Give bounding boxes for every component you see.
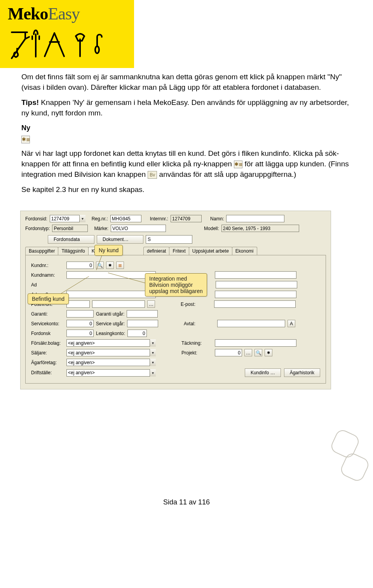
- tab-basuppgifter[interactable]: Basuppgifter: [25, 247, 58, 255]
- tackning-label: Täckning:: [181, 340, 213, 346]
- projekt-input[interactable]: [215, 349, 242, 356]
- servicekonto-input[interactable]: [66, 320, 94, 327]
- callout-line-befintlig: [59, 276, 94, 296]
- dropdown-arrow-icon[interactable]: [150, 369, 156, 377]
- tab-ekonomi[interactable]: Ekonomi: [232, 247, 257, 255]
- saljare-input[interactable]: [66, 349, 156, 356]
- tackning-input[interactable]: [215, 339, 296, 347]
- logo-tool-icons: [8, 28, 126, 63]
- regnr-label: Reg.nr.:: [92, 216, 108, 222]
- garanti-utgar-input[interactable]: [127, 310, 158, 318]
- agarforetag-input[interactable]: [66, 359, 156, 366]
- epost-input[interactable]: [214, 300, 296, 308]
- fordonstyp-input: [52, 225, 88, 232]
- avtal-label: Avtal:: [184, 321, 215, 326]
- modell-input: [221, 225, 299, 232]
- tab-tillaggsinfo[interactable]: Tilläggsinfo: [58, 247, 88, 255]
- dropdown-arrow-icon[interactable]: [79, 215, 85, 222]
- tab-uppskjutet[interactable]: Uppskjutet arbete: [189, 247, 232, 255]
- tools-illustration: [8, 28, 109, 63]
- callout-bilvision: Integration med Bilvision möjliggör upps…: [145, 273, 207, 297]
- avtal-a-button[interactable]: A: [288, 320, 295, 327]
- projekt-label: Projekt:: [181, 350, 213, 356]
- namn-input[interactable]: [226, 215, 284, 222]
- paragraph-2: När vi har lagt upp fordonet kan detta k…: [21, 148, 352, 180]
- ny-heading: Ny: [21, 123, 352, 133]
- forsakr-input[interactable]: [66, 339, 156, 347]
- svg-line-1: [96, 255, 102, 270]
- marke-label: Märke:: [94, 226, 108, 231]
- fax-input[interactable]: [215, 291, 296, 298]
- paragraph-3: Se kapitel 2.3 hur en ny kund skapas.: [21, 185, 352, 195]
- kundnamn-extra-input[interactable]: [215, 271, 296, 279]
- callout-ny-kund: Ny kund: [94, 245, 123, 256]
- namn-label: Namn:: [210, 216, 224, 222]
- callout-befintlig-kund: Befintlig kund: [28, 293, 69, 304]
- app-form-panel: Fordonsid: Reg.nr.: Internnr.: Namn: For…: [20, 211, 331, 389]
- agarhistorik-button[interactable]: Ägarhistorik: [284, 368, 320, 377]
- internnr-label: Internnr.:: [150, 216, 168, 222]
- driftstalle-label: Driftställe:: [31, 370, 64, 375]
- ort-input[interactable]: [92, 300, 145, 308]
- s-field-input[interactable]: S: [146, 235, 192, 244]
- garanti-utgar-label: Garanti utgår:: [96, 311, 124, 317]
- tips-label: Tips!: [21, 98, 39, 106]
- postnr-dots-button[interactable]: …: [147, 300, 155, 308]
- service-utgar-input[interactable]: [127, 320, 158, 327]
- svg-line-2: [59, 276, 89, 295]
- garanti-input[interactable]: [66, 310, 94, 318]
- driftstalle-input[interactable]: [66, 369, 156, 377]
- document-body: Om det finns fält som ej är sammanknutna…: [0, 68, 373, 195]
- kundnr-label: Kundnr.:: [31, 263, 64, 268]
- modell-label: Modell:: [204, 226, 219, 231]
- fordonsid-label: Fordonsid:: [25, 216, 47, 222]
- kundnr-input[interactable]: [66, 262, 94, 269]
- form-row-1: Fordonsid: Reg.nr.: Internnr.: Namn:: [25, 215, 326, 222]
- new-icon: ✱≣: [21, 136, 30, 143]
- dokument-button[interactable]: Dokument…: [97, 235, 143, 244]
- svg-line-3: [108, 273, 145, 283]
- callout-line-bilvision: [108, 271, 147, 287]
- service-utgar-label: Service utgår:: [96, 321, 125, 326]
- dropdown-arrow-icon[interactable]: [150, 359, 156, 366]
- leasingkonto-input[interactable]: [127, 330, 147, 337]
- fordonstyp-label: Fordonstyp:: [25, 226, 50, 231]
- regnr-input[interactable]: [110, 215, 141, 222]
- form-buttons-row: Fordonsdata Dokument… S: [25, 235, 326, 244]
- dropdown-arrow-icon[interactable]: [150, 349, 156, 356]
- tab-bar: Basuppgifter Tilläggsinfo Kundin definie…: [25, 247, 326, 255]
- tab-definierat[interactable]: definierat: [143, 247, 169, 255]
- servicekonto-label: Servicekonto:: [31, 321, 64, 326]
- dropdown-arrow-icon[interactable]: [150, 339, 156, 347]
- forsakr-label: Försäkr.bolag:: [31, 340, 64, 346]
- projekt-search-button[interactable]: 🔍: [254, 349, 262, 356]
- logo-banner: MekoEasy: [0, 0, 134, 68]
- logo-text: MekoEasy: [8, 14, 80, 21]
- garanti-label: Garanti:: [31, 311, 64, 317]
- marke-input[interactable]: [111, 225, 166, 232]
- logo-part-easy: Easy: [48, 4, 80, 23]
- avtal-input[interactable]: [217, 320, 285, 327]
- fordonsdata-button[interactable]: Fordonsdata: [48, 235, 94, 244]
- leasingkonto-label: Leasingkonto:: [96, 331, 125, 336]
- projekt-dots-button[interactable]: …: [244, 349, 252, 356]
- postnr-input[interactable]: [66, 300, 90, 308]
- para2c: användas för att slå upp ägaruppgifterna…: [157, 170, 296, 178]
- page-footer: Sida 11 av 116: [0, 389, 373, 514]
- bv-icon: Bv: [148, 171, 157, 179]
- tab-fritext[interactable]: Fritext: [169, 247, 189, 255]
- internnr-input: [171, 215, 202, 222]
- svg-point-0: [95, 46, 99, 53]
- fordonsk-label: Fordonsk: [31, 331, 64, 336]
- projekt-new-button[interactable]: ✱: [265, 349, 272, 356]
- fordonsk-input[interactable]: [66, 330, 94, 337]
- agarforetag-label: Ägarföretag:: [31, 360, 64, 365]
- paragraph-1: Om det finns fält som ej är sammanknutna…: [21, 72, 352, 93]
- epost-label: E-post:: [181, 302, 212, 307]
- adress1-extra-input[interactable]: [216, 281, 297, 288]
- tips-text: Knappen 'Ny' är gemensam i hela MekoEasy…: [21, 98, 349, 117]
- kundinfo-button[interactable]: Kundinfo …: [245, 368, 281, 377]
- new-icon-inline: ✱≣: [234, 161, 242, 168]
- paragraph-tips: Tips! Knappen 'Ny' är gemensam i hela Me…: [21, 98, 352, 119]
- saljare-label: Säljare:: [31, 350, 64, 356]
